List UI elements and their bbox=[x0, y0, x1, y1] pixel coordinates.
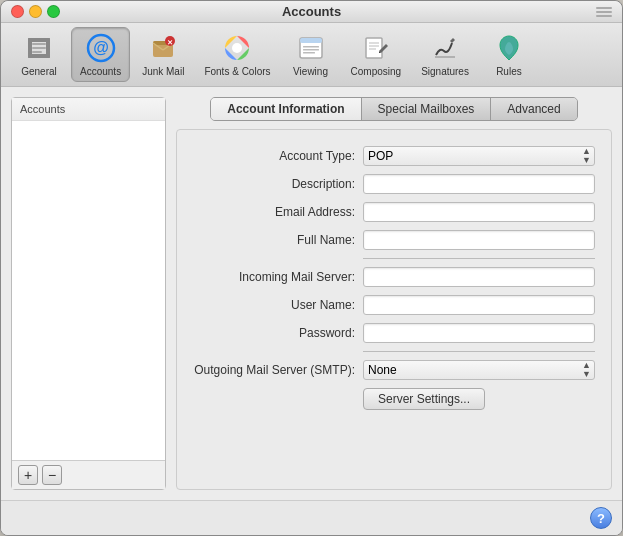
description-label: Description: bbox=[193, 177, 363, 191]
toolbar-label-junkmail: Junk Mail bbox=[142, 66, 184, 77]
svg-rect-20 bbox=[303, 49, 319, 51]
toolbar-item-general[interactable]: General bbox=[11, 28, 67, 81]
form-panel: Account Type: POP IMAP Exchange ▲▼ Descr… bbox=[176, 129, 612, 490]
toolbar-item-signatures[interactable]: Signatures bbox=[413, 28, 477, 81]
svg-rect-19 bbox=[303, 46, 319, 48]
user-name-label: User Name: bbox=[193, 298, 363, 312]
incoming-server-row: Incoming Mail Server: bbox=[193, 267, 595, 287]
svg-rect-21 bbox=[303, 52, 315, 54]
tab-bar: Account Information Special Mailboxes Ad… bbox=[210, 97, 577, 121]
user-name-row: User Name: bbox=[193, 295, 595, 315]
toolbar: General @ Accounts ✕ bbox=[1, 23, 622, 87]
incoming-server-input[interactable] bbox=[363, 267, 595, 287]
password-input[interactable] bbox=[363, 323, 595, 343]
toolbar-item-fonts-colors[interactable]: Fonts & Colors bbox=[196, 28, 278, 81]
toolbar-item-junkmail[interactable]: ✕ Junk Mail bbox=[134, 28, 192, 81]
svg-text:✕: ✕ bbox=[167, 39, 173, 46]
account-type-label: Account Type: bbox=[193, 149, 363, 163]
outgoing-server-row: Outgoing Mail Server (SMTP): None ▲▼ bbox=[193, 360, 595, 380]
account-type-row: Account Type: POP IMAP Exchange ▲▼ bbox=[193, 146, 595, 166]
toolbar-label-composing: Composing bbox=[351, 66, 402, 77]
form-divider-2 bbox=[363, 351, 595, 352]
window-controls bbox=[11, 5, 60, 18]
title-bar: Accounts bbox=[1, 1, 622, 23]
help-button[interactable]: ? bbox=[590, 507, 612, 529]
toolbar-item-rules[interactable]: Rules bbox=[481, 28, 537, 81]
svg-text:@: @ bbox=[93, 39, 109, 56]
close-button[interactable] bbox=[11, 5, 24, 18]
toolbar-item-accounts[interactable]: @ Accounts bbox=[71, 27, 130, 82]
main-panel: Account Information Special Mailboxes Ad… bbox=[176, 97, 612, 490]
password-label: Password: bbox=[193, 326, 363, 340]
toolbar-label-signatures: Signatures bbox=[421, 66, 469, 77]
sidebar-footer: + − bbox=[12, 460, 165, 489]
toolbar-label-viewing: Viewing bbox=[293, 66, 328, 77]
full-name-row: Full Name: bbox=[193, 230, 595, 250]
window-title: Accounts bbox=[282, 4, 341, 19]
toolbar-item-composing[interactable]: Composing bbox=[343, 28, 410, 81]
accounts-sidebar: Accounts + − bbox=[11, 97, 166, 490]
maximize-button[interactable] bbox=[47, 5, 60, 18]
general-icon bbox=[23, 32, 55, 64]
bottom-bar: ? bbox=[1, 500, 622, 535]
incoming-server-label: Incoming Mail Server: bbox=[193, 270, 363, 284]
signatures-icon bbox=[429, 32, 461, 64]
description-row: Description: bbox=[193, 174, 595, 194]
full-name-label: Full Name: bbox=[193, 233, 363, 247]
junkmail-icon: ✕ bbox=[147, 32, 179, 64]
accounts-list bbox=[12, 121, 165, 460]
form-divider bbox=[363, 258, 595, 259]
full-name-input[interactable] bbox=[363, 230, 595, 250]
svg-rect-18 bbox=[300, 38, 322, 43]
server-settings-button[interactable]: Server Settings... bbox=[363, 388, 485, 410]
viewing-icon bbox=[295, 32, 327, 64]
toolbar-label-rules: Rules bbox=[496, 66, 522, 77]
add-account-button[interactable]: + bbox=[18, 465, 38, 485]
account-type-select[interactable]: POP IMAP Exchange bbox=[363, 146, 595, 166]
svg-rect-4 bbox=[32, 43, 46, 45]
outgoing-server-label: Outgoing Mail Server (SMTP): bbox=[193, 363, 363, 377]
resize-handle bbox=[596, 7, 612, 17]
svg-point-16 bbox=[232, 43, 242, 53]
svg-rect-5 bbox=[32, 47, 46, 49]
tab-advanced[interactable]: Advanced bbox=[491, 98, 576, 120]
user-name-input[interactable] bbox=[363, 295, 595, 315]
description-input[interactable] bbox=[363, 174, 595, 194]
email-address-row: Email Address: bbox=[193, 202, 595, 222]
accounts-icon: @ bbox=[85, 32, 117, 64]
email-address-label: Email Address: bbox=[193, 205, 363, 219]
toolbar-item-viewing[interactable]: Viewing bbox=[283, 28, 339, 81]
toolbar-label-accounts: Accounts bbox=[80, 66, 121, 77]
email-address-input[interactable] bbox=[363, 202, 595, 222]
server-settings-row: Server Settings... bbox=[193, 388, 595, 410]
content-area: Accounts + − Account Information Special… bbox=[1, 87, 622, 500]
toolbar-label-fonts-colors: Fonts & Colors bbox=[204, 66, 270, 77]
password-row: Password: bbox=[193, 323, 595, 343]
svg-rect-3 bbox=[46, 38, 50, 58]
rules-icon bbox=[493, 32, 525, 64]
outgoing-server-select[interactable]: None bbox=[363, 360, 595, 380]
composing-icon bbox=[360, 32, 392, 64]
account-type-select-wrapper: POP IMAP Exchange ▲▼ bbox=[363, 146, 595, 166]
fonts-colors-icon bbox=[221, 32, 253, 64]
minimize-button[interactable] bbox=[29, 5, 42, 18]
svg-rect-6 bbox=[32, 51, 42, 53]
main-window: Accounts General bbox=[0, 0, 623, 536]
tab-special-mailboxes[interactable]: Special Mailboxes bbox=[362, 98, 492, 120]
sidebar-header: Accounts bbox=[12, 98, 165, 121]
toolbar-label-general: General bbox=[21, 66, 57, 77]
svg-rect-22 bbox=[366, 38, 382, 58]
remove-account-button[interactable]: − bbox=[42, 465, 62, 485]
tab-account-information[interactable]: Account Information bbox=[211, 98, 361, 120]
outgoing-server-select-wrapper: None ▲▼ bbox=[363, 360, 595, 380]
